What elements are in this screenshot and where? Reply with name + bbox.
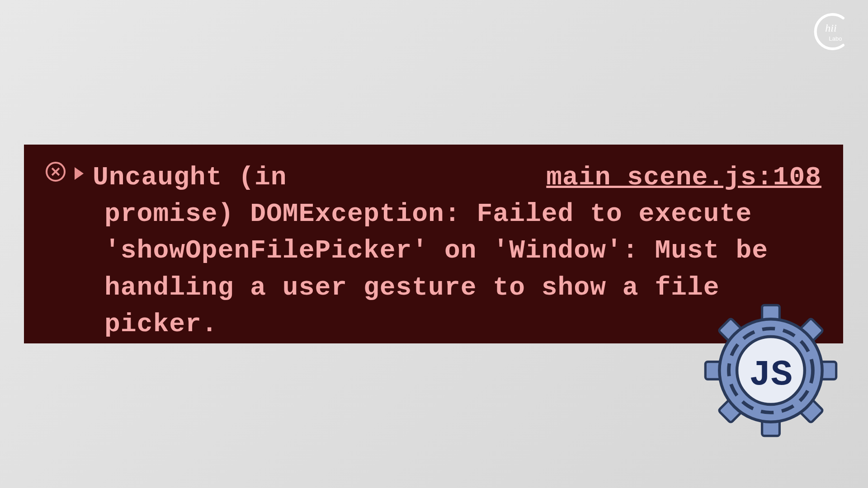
svg-text:JS: JS <box>749 354 793 395</box>
svg-text:hii: hii <box>825 22 836 34</box>
error-source-link[interactable]: main scene.js:108 <box>546 159 821 196</box>
brand-logo: hii Labo <box>809 9 854 54</box>
error-x-icon <box>46 162 66 182</box>
svg-text:Labo: Labo <box>829 35 842 42</box>
error-message-first-line: Uncaught (in main scene.js:108 <box>93 159 821 196</box>
js-gear-icon: JS <box>701 300 841 441</box>
error-text-start: Uncaught (in <box>93 159 287 196</box>
expand-triangle-icon[interactable] <box>75 167 84 180</box>
